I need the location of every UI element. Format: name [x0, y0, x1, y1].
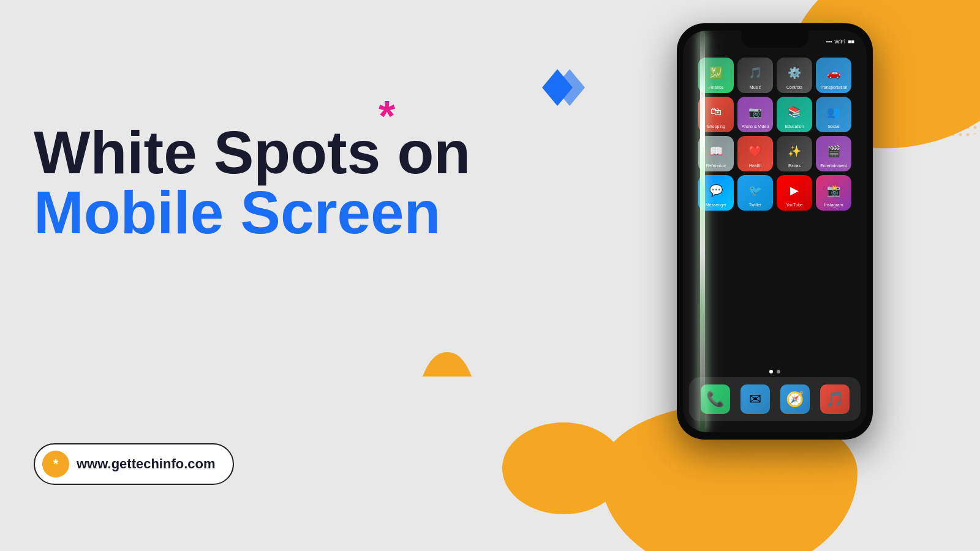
app-social[interactable]: 👥 Social: [816, 97, 851, 132]
page-dot-1: [769, 370, 773, 373]
dock-safari[interactable]: 🧭: [780, 384, 810, 414]
app-education[interactable]: 📚 Education: [777, 97, 812, 132]
website-badge[interactable]: * www.gettechinfo.com: [34, 443, 234, 485]
app-health[interactable]: ❤️ Health: [737, 136, 773, 171]
app-entertainment[interactable]: 🎬 Entertainment: [816, 136, 851, 171]
battery-indicator: ■■: [848, 39, 854, 45]
app-controls[interactable]: ⚙️ Controls: [777, 58, 812, 93]
wifi-indicator: WiFi: [834, 39, 845, 45]
app-extras[interactable]: ✨ Extras: [777, 136, 812, 171]
white-spot-glitch-line: [700, 31, 705, 432]
app-row-1: 💹 Finance 🎵 Music ⚙️ Controls 🚗 Transpor…: [689, 58, 861, 93]
page-indicator-dots: [769, 370, 780, 373]
app-twitter[interactable]: 🐦 Twitter: [737, 175, 773, 211]
app-transportation[interactable]: 🚗 Transportation: [816, 58, 851, 93]
app-row-4: 💬 Messenger 🐦 Twitter ▶ YouTube 📸 Instag…: [689, 175, 861, 211]
title-line1: White Spots on: [34, 122, 470, 182]
diamond-decoration: [524, 66, 585, 109]
app-row-2: 🛍 Shopping 📷 Photo & Video 📚 Education 👥…: [689, 97, 861, 132]
main-text-block: White Spots on Mobile Screen: [34, 122, 470, 242]
dock-mail[interactable]: ✉: [741, 384, 770, 414]
title-line2: Mobile Screen: [34, 182, 470, 242]
app-grid: 💹 Finance 🎵 Music ⚙️ Controls 🚗 Transpor…: [683, 53, 867, 383]
phone-device: ▪▪▪ WiFi ■■ 💹 Finance 🎵 Music: [677, 23, 873, 440]
dock-music[interactable]: 🎵: [820, 384, 850, 414]
badge-asterisk-icon: *: [42, 451, 69, 478]
app-music[interactable]: 🎵 Music: [737, 58, 773, 93]
phone-screen: ▪▪▪ WiFi ■■ 💹 Finance 🎵 Music: [683, 31, 867, 432]
app-photo-video[interactable]: 📷 Photo & Video: [737, 97, 773, 132]
app-instagram[interactable]: 📸 Instagram: [816, 175, 851, 211]
page-dot-2: [777, 370, 780, 373]
website-url: www.gettechinfo.com: [77, 456, 216, 472]
signal-indicator: ▪▪▪: [826, 39, 832, 45]
phone-notch: [741, 31, 809, 48]
bg-blob-bottom-mid: [502, 422, 625, 514]
app-youtube[interactable]: ▶ YouTube: [777, 175, 812, 211]
squiggle-decoration: [729, 447, 839, 520]
phone-outer-case: ▪▪▪ WiFi ■■ 💹 Finance 🎵 Music: [677, 23, 873, 440]
sunrise-decoration: [420, 346, 475, 380]
phone-dock: 📞 ✉ 🧭 🎵: [689, 377, 861, 421]
app-row-3: 📖 Reference ❤️ Health ✨ Extras 🎬 Enterta…: [689, 136, 861, 171]
